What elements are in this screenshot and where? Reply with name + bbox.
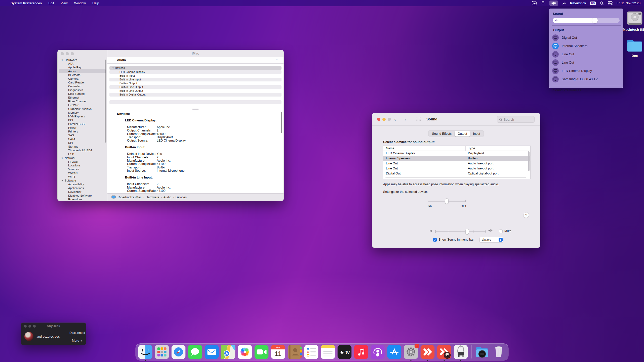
sidebar-item-audio[interactable]: Audio xyxy=(59,69,106,73)
dock-icon-anydesk-session[interactable] xyxy=(437,345,451,359)
sidebar-group-software[interactable]: ▼Software xyxy=(58,179,107,183)
balance-slider[interactable] xyxy=(428,201,466,202)
device-row[interactable]: LED Cinema Display xyxy=(109,70,281,74)
sidebar-item-graphics-displays[interactable]: Graphics/Displays xyxy=(58,107,107,111)
dock-icon-photos[interactable] xyxy=(238,345,252,359)
sidebar-item-firewire[interactable]: FireWire xyxy=(58,103,107,107)
dock-icon-music[interactable] xyxy=(354,345,368,359)
table-horizontal-scrollbar[interactable] xyxy=(385,177,526,177)
tab-output[interactable]: Output xyxy=(455,131,470,137)
device-row[interactable]: Built-in Line Output xyxy=(109,89,281,93)
device-row[interactable]: Built-in Input xyxy=(109,74,281,78)
sidebar-item-ethernet[interactable]: Ethernet xyxy=(58,96,107,100)
desktop-icon-macintosh-ssd[interactable]: Macintosh SSD xyxy=(621,11,644,31)
sidebar-item-wi-fi[interactable]: Wi-Fi xyxy=(58,175,107,179)
sound-preferences-item[interactable]: Sound Preferences... xyxy=(552,86,620,92)
dock-icon-downloads-folder[interactable] xyxy=(475,345,489,359)
sidebar-item-sas[interactable]: SAS xyxy=(58,133,107,137)
audio-section-header[interactable]: Audio ⌃ xyxy=(107,57,284,64)
control-center-icon[interactable] xyxy=(608,1,613,6)
breadcrumb-part[interactable]: Hardware xyxy=(146,196,159,199)
sound-output-device[interactable]: Line Out xyxy=(552,58,620,67)
menu-item-window[interactable]: Window xyxy=(74,1,86,5)
menu-item-view[interactable]: View xyxy=(61,1,68,5)
collapse-chevron-icon[interactable]: ⌃ xyxy=(276,58,278,62)
search-field[interactable]: Search xyxy=(497,116,535,123)
dock-icon-anydesk[interactable] xyxy=(421,345,435,359)
dock-icon-reminders[interactable] xyxy=(304,345,318,359)
help-button[interactable]: ? xyxy=(523,212,529,218)
zoom-button[interactable] xyxy=(388,118,391,121)
back-button[interactable]: ‹ xyxy=(394,116,396,123)
sidebar-item-power[interactable]: Power xyxy=(58,126,107,130)
balance-knob[interactable] xyxy=(445,198,449,204)
title-bar[interactable]: iMac xyxy=(107,50,284,57)
sidebar-item-pci[interactable]: PCI xyxy=(58,118,107,122)
column-header-name[interactable]: Name xyxy=(383,146,465,151)
dock-icon-finder[interactable] xyxy=(138,345,152,359)
dock-icon-maps[interactable] xyxy=(221,345,235,359)
tab-input[interactable]: Input xyxy=(470,131,483,137)
dock-icon-system-preferences[interactable]: 1 xyxy=(404,345,418,359)
sidebar-item-developer[interactable]: Developer xyxy=(58,190,107,194)
dock-icon-trash[interactable] xyxy=(492,345,506,359)
dock-icon-calendar[interactable]: NOV11 xyxy=(271,345,285,359)
show-sound-checkbox[interactable]: ✓ xyxy=(433,238,437,242)
dock-icon-launchpad[interactable] xyxy=(155,345,169,359)
sidebar-item-wwan[interactable]: WWAN xyxy=(58,171,107,175)
sidebar-item-disabled-software[interactable]: Disabled Software xyxy=(58,194,107,198)
sidebar-item-firewall[interactable]: Firewall xyxy=(58,160,107,164)
sidebar-item-thunderbolt-usb4[interactable]: Thunderbolt/USB4 xyxy=(58,149,107,152)
sidebar-item-fibre-channel[interactable]: Fibre Channel xyxy=(58,100,107,103)
sidebar-item-printers[interactable]: Printers xyxy=(58,130,107,133)
anydesk-menubar-icon[interactable] xyxy=(532,1,537,6)
sidebar-item-storage[interactable]: Storage xyxy=(58,145,107,149)
sound-output-device[interactable]: Samsung AU8000 43 TV xyxy=(552,75,620,83)
dock-icon-mail[interactable] xyxy=(205,345,219,359)
breadcrumb-part[interactable]: Riberbrick's iMac xyxy=(118,196,142,199)
sidebar-item-locations[interactable]: Locations xyxy=(58,164,107,167)
sidebar-item-usb[interactable]: USB xyxy=(58,152,107,156)
dock-icon-safari[interactable] xyxy=(172,345,186,359)
device-row[interactable]: Built-in Line Input xyxy=(109,78,281,81)
sound-output-device[interactable]: Digital Out xyxy=(552,33,620,42)
window-controls[interactable] xyxy=(377,118,391,121)
sidebar-item-camera[interactable]: Camera xyxy=(58,77,107,81)
zoom-button[interactable] xyxy=(71,52,74,55)
devices-group-row[interactable]: ▼Devices xyxy=(109,66,281,70)
sidebar-item-nvmexpress[interactable]: NVMExpress xyxy=(58,115,107,118)
sidebar-item-accessibility[interactable]: Accessibility xyxy=(58,183,107,186)
dock-icon-notes[interactable] xyxy=(321,345,335,359)
more-button[interactable]: More▼ xyxy=(68,339,86,342)
dock-icon-facetime[interactable] xyxy=(255,345,269,359)
sidebar-group-network[interactable]: ▼Network xyxy=(58,156,107,160)
sidebar-item-diagnostics[interactable]: Diagnostics xyxy=(58,88,107,92)
table-header[interactable]: Name Type xyxy=(383,146,530,151)
sidebar-scrollbar[interactable] xyxy=(105,60,106,143)
breadcrumb-part[interactable]: Audio xyxy=(163,196,171,199)
sidebar-item-spi[interactable]: SPI xyxy=(58,141,107,145)
sidebar-item-bluetooth[interactable]: Bluetooth xyxy=(58,73,107,77)
title-bar[interactable]: ‹ › Sound Search xyxy=(372,113,540,126)
sidebar-group-hardware[interactable]: ▼Hardware xyxy=(58,58,107,62)
menubar-clock[interactable]: Fri 11 Nov 22.28 xyxy=(617,1,640,5)
sidebar-item-ata[interactable]: ATA xyxy=(58,62,107,66)
output-device-row[interactable]: Line OutAudio line-out port xyxy=(383,166,530,171)
sidebar-item-apple-pay[interactable]: Apple Pay xyxy=(58,66,107,69)
device-row[interactable]: Built-in Line Output xyxy=(109,85,281,89)
title-bar[interactable]: AnyDesk xyxy=(21,323,86,329)
disconnect-button[interactable]: Disconnect xyxy=(68,331,86,335)
device-row[interactable]: Built-in Digital Output xyxy=(109,93,281,97)
desktop-icon-doc-folder[interactable]: Doc xyxy=(621,38,644,58)
volume-slider[interactable] xyxy=(553,18,620,23)
menu-item-help[interactable]: Help xyxy=(92,1,99,5)
forward-button[interactable]: › xyxy=(404,116,406,123)
window-controls[interactable] xyxy=(61,52,74,55)
close-button[interactable] xyxy=(377,118,380,121)
details-scrollbar[interactable] xyxy=(281,112,282,133)
search-icon[interactable] xyxy=(600,1,604,6)
output-device-row[interactable]: LED Cinema DisplayDisplayPort xyxy=(383,151,530,156)
volume-knob[interactable] xyxy=(592,18,598,23)
dock-icon-apple-tv[interactable]: tv xyxy=(338,345,352,359)
sidebar-item-memory[interactable]: Memory xyxy=(58,111,107,115)
